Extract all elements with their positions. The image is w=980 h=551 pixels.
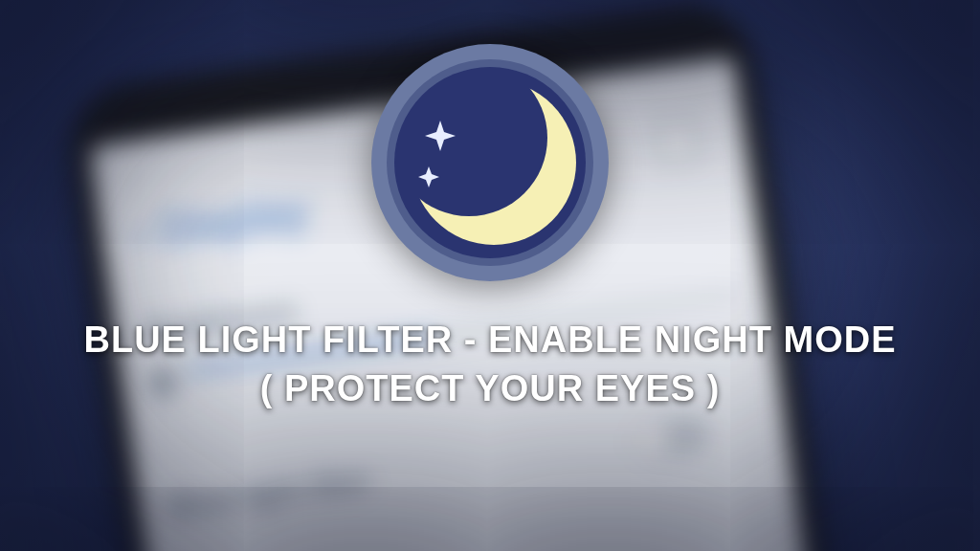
headline-line-1: BLUE LIGHT FILTER - ENABLE NIGHT MODE: [29, 316, 951, 364]
headline: BLUE LIGHT FILTER - ENABLE NIGHT MODE ( …: [0, 316, 980, 414]
svg-point-5: [412, 80, 576, 245]
promo-banner: ‹ Display Brightness ◐ Blue light filter…: [0, 0, 980, 551]
moon-night-mode-icon: [366, 38, 614, 287]
headline-line-2: ( PROTECT YOUR EYES ): [29, 364, 951, 413]
phone-screen-title: Display: [156, 184, 313, 256]
phone-checkbox: [655, 120, 700, 165]
back-chevron-icon: ‹: [127, 207, 149, 261]
app-icon: [366, 38, 614, 287]
phone-toggle: [631, 413, 712, 462]
